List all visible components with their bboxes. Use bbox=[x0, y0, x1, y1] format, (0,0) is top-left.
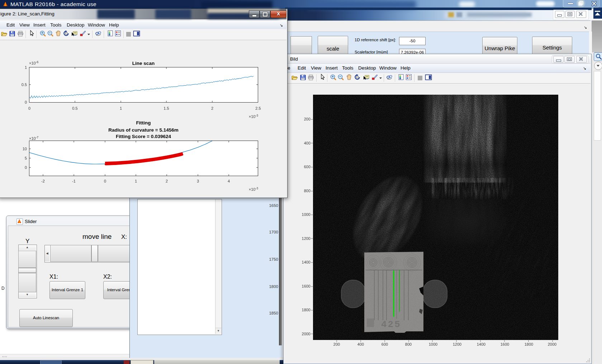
svg-text:-2: -2 bbox=[41, 179, 45, 183]
svg-text:×10-3: ×10-3 bbox=[249, 186, 259, 192]
svg-text:−: − bbox=[49, 31, 51, 35]
svg-text:Fitting: Fitting bbox=[136, 120, 151, 126]
svg-text:0: 0 bbox=[25, 165, 27, 170]
svg-text:Fitting Score = 0.039624: Fitting Score = 0.039624 bbox=[116, 134, 171, 139]
svg-text:2.5: 2.5 bbox=[255, 106, 261, 110]
svg-text:2: 2 bbox=[166, 179, 168, 183]
svg-text:4: 4 bbox=[228, 179, 230, 183]
svg-text:0.5: 0.5 bbox=[22, 82, 27, 87]
svg-text:×10-7: ×10-7 bbox=[29, 136, 39, 141]
svg-text:1.5: 1.5 bbox=[163, 106, 169, 110]
svg-text:0: 0 bbox=[104, 179, 106, 183]
svg-text:1: 1 bbox=[135, 179, 137, 183]
svg-text:0: 0 bbox=[28, 106, 30, 110]
svg-text:0: 0 bbox=[25, 100, 27, 104]
svg-text:2: 2 bbox=[211, 106, 213, 110]
svg-text:-1: -1 bbox=[72, 179, 76, 183]
svg-text:×10-3: ×10-3 bbox=[249, 114, 259, 119]
svg-text:1: 1 bbox=[120, 106, 122, 110]
svg-text:×10-6: ×10-6 bbox=[29, 60, 39, 65]
svg-text:10: 10 bbox=[23, 147, 27, 151]
svg-text:Line scan: Line scan bbox=[132, 61, 155, 66]
svg-text:3: 3 bbox=[197, 179, 199, 183]
svg-text:1: 1 bbox=[25, 65, 27, 70]
svg-text:Radius of curvature = 5.1456m: Radius of curvature = 5.1456m bbox=[108, 127, 178, 133]
svg-text:+: + bbox=[41, 31, 43, 35]
svg-text:5: 5 bbox=[25, 156, 27, 160]
svg-text:0.5: 0.5 bbox=[72, 106, 77, 110]
